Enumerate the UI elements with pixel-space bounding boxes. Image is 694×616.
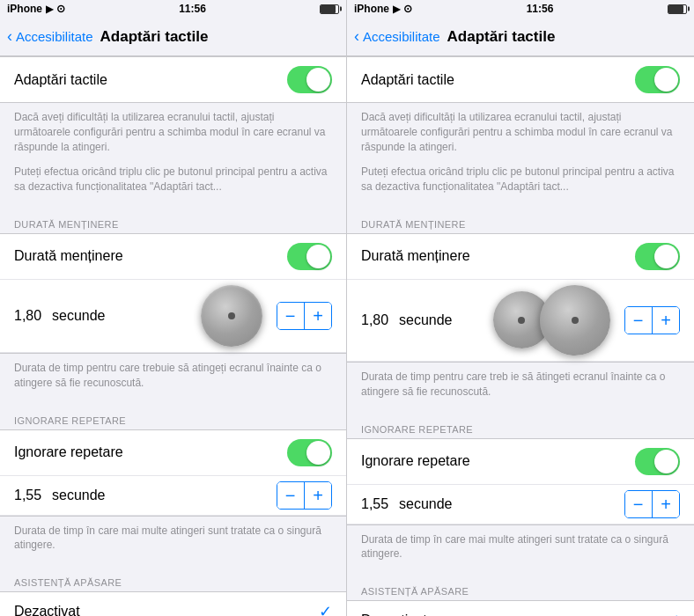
status-bar-right: iPhone ▶ ⊙ 11:56 <box>347 0 694 18</box>
content-left: Adaptări tactile Dacă aveți dificultăți … <box>0 56 346 616</box>
dial-small-left[interactable] <box>201 285 262 347</box>
hold-description-left: Durata de timp pentru care trebuie să at… <box>0 354 346 401</box>
hold-toggle-left[interactable] <box>287 243 332 270</box>
section1-header-right: DURATĂ MENȚINERE <box>347 205 694 233</box>
stepper-plus-ignore-left[interactable]: + <box>305 482 331 509</box>
battery-right <box>668 4 687 14</box>
hold-description-right: Durata de timp pentru care treb ie să ăt… <box>347 363 694 410</box>
section1-header-left: DURATĂ MENȚINERE <box>0 205 346 233</box>
content-right: Adaptări tactile Dacă aveți dificultăți … <box>347 56 694 616</box>
stepper-hold-left: − + <box>277 302 333 330</box>
nav-bar-left: ‹ Accesibilitate Adaptări tactile <box>0 18 346 56</box>
description1-left: Dacă aveți dificultăți la utilizarea ecr… <box>0 103 346 165</box>
dial-dot-left <box>228 312 235 319</box>
checkmark-disabled-left: ✓ <box>319 602 332 616</box>
main-toggle-right[interactable] <box>635 66 680 93</box>
ignore-description-right: Durata de timp în care mai multe atinger… <box>347 525 694 573</box>
main-toggle-section-right: Adaptări tactile <box>347 56 694 103</box>
chevron-left-icon-right: ‹ <box>354 27 359 46</box>
signal-icon-left: ▶ <box>46 4 53 15</box>
disabled-row-left[interactable]: Dezactivat ✓ <box>0 592 346 616</box>
ignore-label-right: Ignorare repetare <box>361 453 635 469</box>
ignore-toggle-right[interactable] <box>635 448 680 475</box>
section3-left: Dezactivat ✓ Utilizați poziția Apăsare i… <box>0 591 346 616</box>
toggle-knob-ignore-right <box>654 450 678 473</box>
right-panel: iPhone ▶ ⊙ 11:56 ‹ Accesibilitate Adaptă… <box>347 0 694 616</box>
chevron-left-icon: ‹ <box>7 27 12 46</box>
back-button-left[interactable]: ‹ Accesibilitate <box>7 27 93 46</box>
hold-value-row-right: 1,80 secunde − + <box>347 280 694 362</box>
stepper-hold-right: − + <box>624 306 681 334</box>
checkmark-disabled-right: ✓ <box>667 611 680 616</box>
wifi-icon-right: ⊙ <box>403 3 412 15</box>
carrier-right: iPhone <box>354 3 389 15</box>
main-toggle-label-right: Adaptări tactile <box>361 72 635 88</box>
hold-duration-label-right: Durată menținere <box>361 248 635 264</box>
dial-large-right[interactable] <box>540 285 610 356</box>
toggle-knob-main-left <box>306 68 330 92</box>
section2-header-right: IGNORARE REPETARE <box>347 410 694 438</box>
section2-right: Ignorare repetare 1,55 secunde − + <box>347 438 694 525</box>
ignore-row-left: Ignorare repetare <box>0 430 346 476</box>
ignore-toggle-left[interactable] <box>287 439 332 466</box>
stepper-plus-ignore-right[interactable]: + <box>653 491 679 517</box>
stepper-minus-hold-right[interactable]: − <box>625 307 652 334</box>
section2-header-left: IGNORARE REPETARE <box>0 401 346 429</box>
hold-unit-right: secunde <box>399 312 486 328</box>
hold-duration-row-left: Durată menținere <box>0 234 346 280</box>
stepper-minus-ignore-right[interactable]: − <box>625 491 652 517</box>
back-label-right: Accesibilitate <box>363 29 440 44</box>
carrier-left: iPhone <box>7 3 42 15</box>
hold-unit-left: secunde <box>52 308 194 324</box>
description2-left: Puteți efectua oricând triplu clic pe bu… <box>0 165 346 205</box>
toggle-knob-main-right <box>654 68 678 92</box>
dial-dot-small-right <box>518 317 525 324</box>
stepper-plus-hold-right[interactable]: + <box>653 307 679 334</box>
section3-right: Dezactivat ✓ Utilizați poziția Apăsare i… <box>347 600 694 616</box>
dial-dot-large-right <box>572 317 579 324</box>
toggle-knob-hold-left <box>306 245 330 268</box>
main-toggle-label-left: Adaptări tactile <box>14 72 287 88</box>
ignore-unit-right: secunde <box>399 496 617 512</box>
disabled-label-left: Dezactivat <box>14 604 319 616</box>
stepper-minus-hold-left[interactable]: − <box>277 303 304 329</box>
section1-left: Durată menținere 1,80 secunde − + <box>0 233 346 354</box>
main-toggle-left[interactable] <box>287 66 332 93</box>
section1-right: Durată menținere 1,80 secunde − <box>347 233 694 363</box>
left-panel: iPhone ▶ ⊙ 11:56 ‹ Accesibilitate Adaptă… <box>0 0 347 616</box>
battery-left <box>320 4 339 14</box>
signal-icon-right: ▶ <box>393 4 400 15</box>
description1-right: Dacă aveți dificultăți la utilizarea ecr… <box>347 103 694 165</box>
stepper-plus-hold-left[interactable]: + <box>305 303 331 329</box>
toggle-knob-ignore-left <box>306 441 330 465</box>
stepper-minus-ignore-left[interactable]: − <box>277 482 304 509</box>
back-button-right[interactable]: ‹ Accesibilitate <box>354 27 440 46</box>
ignore-value-right: 1,55 <box>361 496 392 512</box>
time-right: 11:56 <box>527 3 554 15</box>
hold-value-row-left: 1,80 secunde − + <box>0 280 346 353</box>
status-right-right <box>668 4 687 14</box>
nav-title-right: Adaptări tactile <box>447 28 556 46</box>
status-right-left <box>320 4 339 14</box>
toggle-knob-hold-right <box>654 245 678 268</box>
time-left: 11:56 <box>179 3 206 15</box>
main-toggle-row-right: Adaptări tactile <box>347 57 694 102</box>
status-left: iPhone ▶ ⊙ <box>7 3 65 15</box>
section2-left: Ignorare repetare 1,55 secunde − + <box>0 429 346 517</box>
main-toggle-section-left: Adaptări tactile <box>0 56 346 103</box>
ignore-value-row-right: 1,55 secunde − + <box>347 485 694 524</box>
hold-duration-row-right: Durată menținere <box>347 234 694 280</box>
hold-toggle-right[interactable] <box>635 243 680 270</box>
hold-duration-label-left: Durată menținere <box>14 248 287 264</box>
ignore-value-row-left: 1,55 secunde − + <box>0 476 346 516</box>
status-bar-left: iPhone ▶ ⊙ 11:56 <box>0 0 346 18</box>
description2-right: Puteți efectua oricând triplu clic pe bu… <box>347 165 694 205</box>
main-toggle-row-left: Adaptări tactile <box>0 57 346 102</box>
back-label-left: Accesibilitate <box>16 29 93 44</box>
ignore-row-right: Ignorare repetare <box>347 439 694 485</box>
disabled-row-right[interactable]: Dezactivat ✓ <box>347 601 694 616</box>
wifi-icon-left: ⊙ <box>56 3 65 15</box>
ignore-unit-left: secunde <box>52 488 269 503</box>
stepper-ignore-left: − + <box>277 481 333 510</box>
nav-bar-right: ‹ Accesibilitate Adaptări tactile <box>347 18 694 56</box>
